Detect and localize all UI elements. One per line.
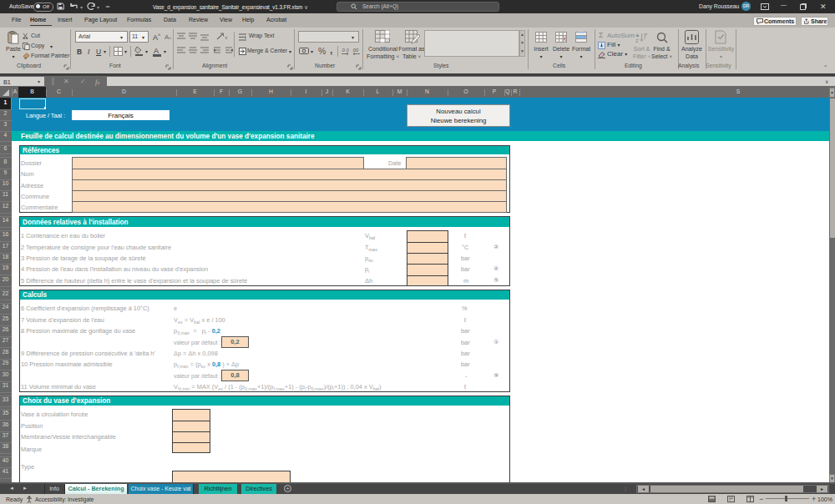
svg-text:.0: .0 (341, 48, 346, 53)
svg-text:Z: Z (635, 38, 639, 43)
svg-text:0: 0 (347, 48, 349, 53)
svg-text:A: A (635, 33, 639, 38)
svg-text:.00: .00 (352, 48, 359, 53)
svg-text:˅: ˅ (225, 35, 228, 41)
